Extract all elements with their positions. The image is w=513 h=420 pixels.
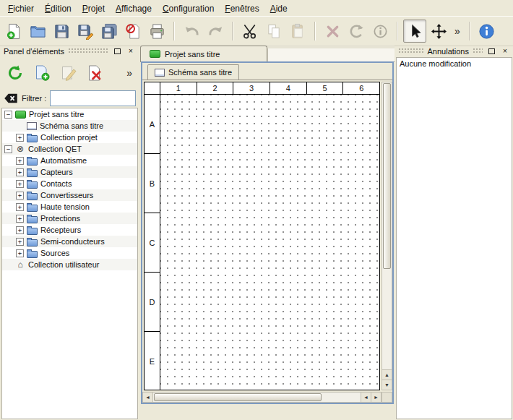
dock-handle[interactable] bbox=[473, 48, 483, 54]
print-icon bbox=[149, 23, 165, 40]
copy-button bbox=[262, 20, 285, 43]
dock-handle[interactable] bbox=[398, 48, 424, 54]
undo-icon bbox=[184, 23, 200, 40]
save-as-icon bbox=[77, 23, 94, 40]
vertical-scrollbar[interactable]: ▲ ▼ bbox=[381, 82, 392, 390]
filter-input[interactable] bbox=[50, 90, 136, 106]
expand-icon[interactable]: + bbox=[16, 157, 24, 165]
elements-panel-titlebar[interactable]: Panel d'éléments × bbox=[1, 45, 138, 57]
tree-item-label: Collection projet bbox=[40, 133, 98, 142]
expand-icon[interactable]: + bbox=[16, 249, 24, 257]
pan-tool-button[interactable] bbox=[427, 20, 450, 43]
row-header: B bbox=[145, 154, 160, 213]
tree-item-contacts[interactable]: + Contacts bbox=[2, 178, 137, 189]
tree-item-haute-tension[interactable]: + Haute tension bbox=[2, 201, 137, 213]
float-dock-button[interactable] bbox=[112, 46, 122, 56]
toolbar-overflow-button[interactable]: » bbox=[451, 25, 464, 37]
tree-item-collection-utilisateur[interactable]: ⌂ Collection utilisateur bbox=[2, 259, 137, 270]
schema-tab-label: Schéma sans titre bbox=[168, 68, 232, 77]
panel-overflow-button[interactable]: » bbox=[123, 67, 136, 79]
tree-item-label: Semi-conducteurs bbox=[40, 237, 105, 246]
select-tool-button[interactable] bbox=[403, 20, 426, 43]
menu-projet[interactable]: Projet bbox=[77, 1, 110, 15]
dock-handle[interactable] bbox=[68, 48, 108, 54]
refresh-icon bbox=[7, 64, 24, 82]
tab-schema-sans-titre[interactable]: Schéma sans titre bbox=[147, 64, 239, 80]
collapse-icon[interactable]: − bbox=[4, 111, 12, 119]
expand-icon[interactable]: + bbox=[16, 168, 24, 176]
redo-button bbox=[204, 20, 227, 43]
dock-title: Panel d'éléments bbox=[4, 47, 64, 56]
scroll-right-button[interactable]: ► bbox=[371, 393, 381, 402]
delete-element-button[interactable] bbox=[84, 61, 107, 85]
open-file-button[interactable] bbox=[26, 20, 49, 43]
cut-button[interactable] bbox=[238, 20, 262, 43]
reload-collections-button[interactable] bbox=[4, 61, 27, 85]
tree-item-sources[interactable]: + Sources bbox=[2, 247, 137, 259]
tree-item-recepteurs[interactable]: + Récepteurs bbox=[2, 224, 137, 236]
undo-dock-titlebar[interactable]: Annulations × bbox=[396, 45, 512, 57]
save-all-button[interactable] bbox=[98, 20, 121, 43]
delete-element-icon bbox=[87, 64, 104, 82]
save-as-button[interactable] bbox=[74, 20, 97, 43]
tree-item-convertisseurs[interactable]: + Convertisseurs bbox=[2, 189, 137, 201]
menu-aide[interactable]: Aide bbox=[265, 1, 293, 15]
elements-tree[interactable]: − Projet sans titre Schéma sans titre + … bbox=[1, 108, 138, 419]
expand-icon[interactable]: + bbox=[16, 180, 24, 188]
new-element-button[interactable] bbox=[30, 61, 53, 85]
expand-icon[interactable]: + bbox=[16, 134, 24, 142]
toolbar-separator bbox=[397, 22, 398, 40]
menu-edition[interactable]: Édition bbox=[40, 1, 77, 15]
undo-list-item[interactable]: Aucune modification bbox=[400, 59, 509, 68]
tree-item-protections[interactable]: + Protections bbox=[2, 213, 137, 224]
tree-item-label: Automatisme bbox=[40, 156, 87, 165]
expand-icon[interactable]: + bbox=[16, 192, 24, 200]
close-dock-button[interactable]: × bbox=[500, 46, 510, 56]
scrollbar-track[interactable] bbox=[322, 393, 361, 402]
tree-item-collection-projet[interactable]: + Collection projet bbox=[2, 132, 137, 143]
expand-icon[interactable]: + bbox=[16, 226, 24, 234]
scroll-left-button[interactable]: ◄ bbox=[361, 393, 371, 402]
scroll-down-button[interactable]: ▼ bbox=[382, 380, 392, 390]
menu-affichage[interactable]: Affichage bbox=[111, 1, 157, 15]
tree-item-semi-conducteurs[interactable]: + Semi-conducteurs bbox=[2, 236, 137, 247]
scroll-up-button[interactable]: ▲ bbox=[382, 369, 392, 380]
about-button[interactable] bbox=[475, 20, 499, 43]
tree-item-projet-sans-titre[interactable]: − Projet sans titre bbox=[2, 108, 137, 120]
menu-fichier[interactable]: Fichier bbox=[3, 1, 39, 15]
expand-icon[interactable]: + bbox=[16, 203, 24, 211]
scrollbar-thumb[interactable] bbox=[154, 393, 322, 401]
scrollbar-thumb[interactable] bbox=[383, 83, 391, 269]
menu-configuration[interactable]: Configuration bbox=[158, 1, 219, 15]
float-dock-button[interactable] bbox=[486, 46, 496, 56]
horizontal-scrollbar[interactable]: ◄ ◄ ► bbox=[142, 392, 381, 403]
tree-item-schema-sans-titre[interactable]: Schéma sans titre bbox=[2, 120, 137, 132]
save-button[interactable] bbox=[50, 20, 73, 43]
expand-icon[interactable]: + bbox=[16, 215, 24, 223]
undo-list[interactable]: Aucune modification bbox=[396, 57, 512, 419]
tree-item-automatisme[interactable]: + Automatisme bbox=[2, 155, 137, 166]
tree-item-label: Haute tension bbox=[40, 202, 90, 211]
delete-icon bbox=[324, 23, 341, 40]
folder-icon bbox=[27, 251, 38, 258]
menu-fenetres[interactable]: Fenêtres bbox=[220, 1, 264, 15]
clear-filter-button[interactable] bbox=[4, 93, 18, 104]
tree-item-label: Récepteurs bbox=[40, 226, 81, 234]
collapse-icon[interactable]: − bbox=[4, 145, 12, 153]
tab-projet-sans-titre[interactable]: Projet sans titre bbox=[140, 46, 267, 61]
diagram-view: 1 2 3 4 5 6 A B C D E bbox=[142, 80, 392, 403]
print-button[interactable] bbox=[145, 20, 168, 43]
row-header: C bbox=[145, 213, 160, 273]
folder-icon bbox=[27, 193, 38, 200]
diagram-canvas[interactable] bbox=[160, 95, 379, 390]
tree-item-collection-qet[interactable]: − ⊗ Collection QET bbox=[2, 143, 137, 155]
paste-icon bbox=[290, 23, 306, 40]
scroll-left-button[interactable]: ◄ bbox=[143, 393, 153, 402]
tree-item-label: Sources bbox=[40, 249, 69, 257]
close-dock-button[interactable]: × bbox=[126, 46, 136, 56]
scrollbar-track[interactable] bbox=[382, 270, 392, 369]
expand-icon[interactable]: + bbox=[16, 238, 24, 246]
close-file-button[interactable] bbox=[121, 20, 145, 43]
new-file-button[interactable] bbox=[2, 20, 25, 43]
tree-item-capteurs[interactable]: + Capteurs bbox=[2, 166, 137, 178]
